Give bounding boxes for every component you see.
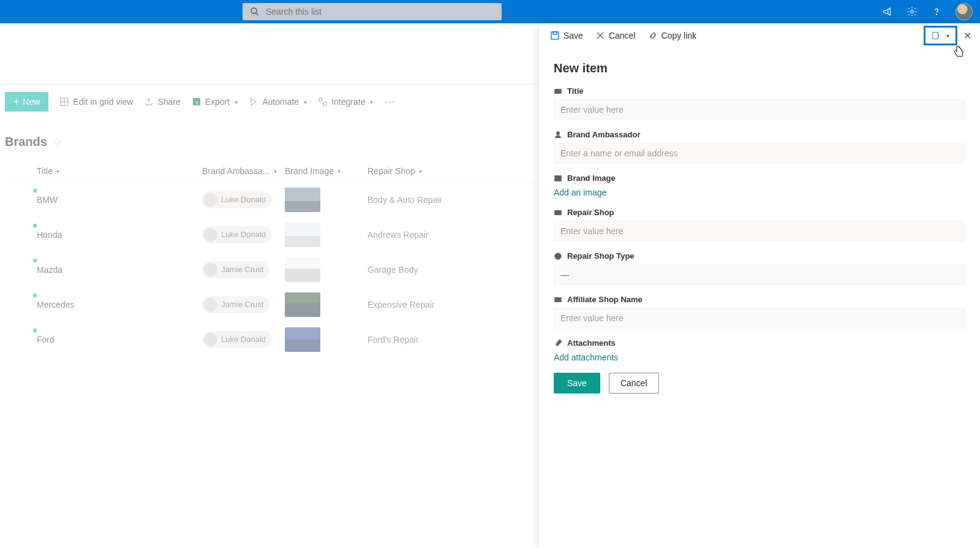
cell-repair: Andrews Repair: [368, 230, 459, 240]
cell-ambassador: Luke Donald: [202, 226, 285, 244]
save-button[interactable]: Save: [554, 373, 600, 394]
cell-repair: Body & Auto Repair: [368, 195, 459, 205]
col-title[interactable]: Title▾: [37, 166, 202, 176]
share-button[interactable]: Share: [144, 97, 180, 107]
add-attachments-link[interactable]: Add attachments: [554, 351, 618, 362]
text-icon: [554, 208, 562, 217]
car-thumbnail: [285, 292, 320, 317]
panel-toolbar: Save Cancel Copy link ▾ ✕: [539, 23, 980, 48]
cell-repair: Expensive Repair: [368, 300, 459, 310]
field-label: Brand Image: [567, 173, 616, 183]
panel-title: New item: [554, 61, 965, 75]
repairshop-input[interactable]: [554, 221, 965, 242]
field-label: Affiliate Shop Name: [567, 295, 643, 304]
field-label: Title: [567, 86, 584, 96]
favorite-icon[interactable]: ☆: [53, 136, 62, 148]
image-icon: [554, 174, 562, 183]
choice-icon: [554, 252, 562, 261]
edit-form-dropdown[interactable]: ▾: [924, 26, 957, 45]
cell-title: Ford: [37, 335, 202, 344]
text-icon: [554, 87, 562, 96]
person-avatar-icon: [204, 228, 217, 242]
col-repair[interactable]: Repair Shop▾: [368, 166, 459, 176]
cell-ambassador: Luke Donald: [202, 331, 285, 349]
cell-repair: Garage Body: [368, 265, 459, 275]
form-icon: [932, 31, 940, 40]
cell-image: [285, 188, 368, 212]
title-input[interactable]: [554, 99, 965, 120]
help-icon[interactable]: [931, 6, 942, 17]
svg-rect-15: [933, 32, 938, 39]
svg-rect-9: [319, 98, 322, 101]
cell-image: [285, 327, 368, 352]
new-button[interactable]: +New: [5, 92, 48, 112]
car-thumbnail: [285, 223, 320, 247]
cell-repair: Ford's Repair: [368, 335, 459, 344]
add-image-link[interactable]: Add an image: [554, 186, 606, 197]
gear-icon[interactable]: [907, 6, 918, 17]
person-avatar-icon: [204, 298, 217, 311]
person-chip[interactable]: Luke Donald: [202, 191, 272, 208]
chevron-down-icon: ▾: [235, 99, 238, 105]
attachment-icon: [554, 339, 562, 348]
search-icon: [250, 7, 260, 17]
person-avatar-icon: [204, 333, 217, 346]
field-label: Attachments: [567, 338, 616, 348]
cell-image: [285, 257, 368, 282]
app-topbar: [0, 0, 980, 23]
cell-ambassador: Luke Donald: [202, 191, 285, 209]
cell-ambassador: Jamie Crust: [202, 296, 285, 314]
col-image[interactable]: Brand Image▾: [285, 166, 368, 176]
svg-line-1: [256, 13, 258, 15]
person-icon: [554, 131, 562, 139]
panel-save-button[interactable]: Save: [550, 31, 583, 40]
new-item-panel: Save Cancel Copy link ▾ ✕ New item Title…: [539, 23, 980, 548]
chevron-down-icon: ▾: [304, 99, 307, 105]
export-button[interactable]: xExport▾: [192, 97, 238, 107]
field-label: Repair Shop: [567, 208, 614, 217]
car-thumbnail: [285, 327, 320, 352]
megaphone-icon[interactable]: [882, 6, 893, 17]
cell-title: Honda: [37, 230, 202, 240]
cell-image: [285, 292, 368, 317]
affiliate-input[interactable]: [554, 308, 965, 329]
cell-ambassador: Jamie Crust: [202, 261, 285, 279]
edit-grid-button[interactable]: Edit in grid view: [59, 97, 133, 107]
repairtype-select[interactable]: —: [554, 264, 965, 285]
more-button[interactable]: ⋯: [384, 95, 396, 108]
person-chip[interactable]: Luke Donald: [202, 331, 272, 348]
svg-point-0: [251, 8, 257, 13]
svg-text:x: x: [195, 99, 198, 105]
person-chip[interactable]: Jamie Crust: [202, 296, 270, 313]
search-input[interactable]: [266, 7, 494, 17]
person-chip[interactable]: Luke Donald: [202, 226, 272, 243]
cell-title: BMW: [37, 195, 202, 205]
search-box[interactable]: [243, 3, 502, 20]
cell-image: [285, 223, 368, 247]
close-icon[interactable]: ✕: [961, 30, 974, 42]
svg-point-2: [911, 10, 914, 13]
svg-point-3: [936, 14, 937, 15]
person-chip[interactable]: Jamie Crust: [202, 261, 270, 278]
field-label: Brand Ambassador: [567, 130, 640, 139]
panel-copylink-button[interactable]: Copy link: [648, 31, 697, 40]
avatar[interactable]: [956, 3, 973, 20]
cancel-button[interactable]: Cancel: [609, 373, 659, 394]
car-thumbnail: [285, 257, 320, 282]
cell-title: Mercedes: [37, 300, 202, 310]
integrate-button[interactable]: Integrate▾: [318, 97, 373, 107]
person-avatar-icon: [204, 263, 217, 276]
person-avatar-icon: [204, 193, 217, 207]
chevron-down-icon: ▾: [370, 99, 373, 105]
ambassador-input[interactable]: [554, 143, 965, 164]
list-title: Brands: [5, 135, 47, 149]
chevron-down-icon: ▾: [946, 32, 949, 39]
cell-title: Mazda: [37, 265, 202, 275]
svg-rect-11: [551, 32, 559, 39]
svg-point-18: [556, 131, 559, 134]
col-ambassador[interactable]: Brand Ambassa...▾: [202, 166, 285, 176]
panel-cancel-button[interactable]: Cancel: [595, 31, 636, 40]
text-icon: [554, 295, 562, 304]
automate-button[interactable]: Automate▾: [249, 97, 307, 107]
svg-rect-12: [553, 32, 557, 34]
